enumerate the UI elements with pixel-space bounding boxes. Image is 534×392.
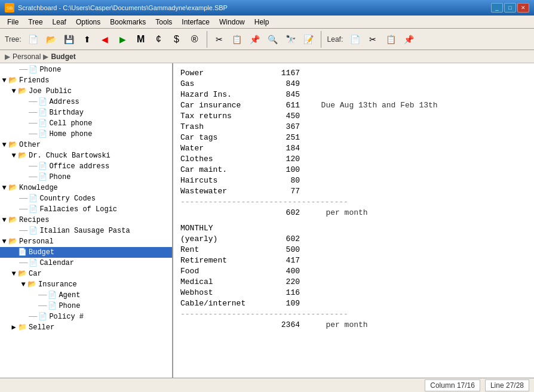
menu-item-window[interactable]: Window xyxy=(214,17,250,27)
content-value: 184 xyxy=(264,143,300,154)
tree-node-label: Agent xyxy=(59,291,80,300)
toolbar-leaf-cut-btn[interactable]: ✂ xyxy=(364,31,381,48)
tree-node-icon: 📂 xyxy=(18,151,27,160)
toolbar-new-btn[interactable]: 📄 xyxy=(25,31,42,48)
content-label: Power xyxy=(180,68,264,79)
menu-item-options[interactable]: Options xyxy=(71,17,105,27)
toolbar-m3-btn[interactable]: $ xyxy=(168,31,185,48)
tree-node-label: Phone xyxy=(39,65,61,75)
toolbar-m2-btn[interactable]: ¢ xyxy=(151,31,167,48)
toolbar-leaf-new-btn[interactable]: 📄 xyxy=(346,31,363,48)
tree-node-label: Office address xyxy=(49,162,109,171)
tree-node-recipes[interactable]: ▼📂Recipes xyxy=(0,215,172,226)
tree-node-icon: 📂 xyxy=(18,87,27,96)
tree-expand-icon[interactable]: ▼ xyxy=(10,87,18,96)
tree-node-agent[interactable]: ——📄Agent xyxy=(0,290,172,301)
tree-node-fallacies[interactable]: ——📄Fallacies of Logic xyxy=(0,204,172,215)
content-panel[interactable]: Power1167Gas849Hazard Ins.845Car insuran… xyxy=(173,63,534,378)
tree-node-label: Car xyxy=(29,269,42,279)
tree-node-icon: 📄 xyxy=(48,291,57,300)
toolbar-leaf-paste-btn[interactable]: 📌 xyxy=(400,31,417,48)
tree-node-friends[interactable]: ▼📂Friends xyxy=(0,75,172,86)
toolbar-cut-btn[interactable]: ✂ xyxy=(211,31,228,48)
minimize-button[interactable]: _ xyxy=(491,3,503,13)
tree-node-joe-public[interactable]: ▼📂Joe Public xyxy=(0,86,172,97)
menu-item-file[interactable]: File xyxy=(2,17,23,27)
content-label: Water xyxy=(180,143,264,154)
tree-node-personal[interactable]: ▼📂Personal xyxy=(0,236,172,247)
tree-node-other[interactable]: ▼📂Other xyxy=(0,140,172,150)
tree-expand-icon[interactable]: ▼ xyxy=(0,215,8,225)
toolbar-back-btn[interactable]: ◀ xyxy=(97,31,113,48)
tree-node-icon: 📄 xyxy=(29,258,38,268)
maximize-button[interactable]: □ xyxy=(504,3,516,13)
content-divider: ------------------------------------ xyxy=(180,197,527,208)
menu-item-tools[interactable]: Tools xyxy=(151,17,177,27)
content-divider-2: ------------------------------------ xyxy=(180,309,527,320)
toolbar-notes-btn[interactable]: 📝 xyxy=(300,31,317,48)
tree-expand-icon[interactable]: ▼ xyxy=(10,151,18,160)
tree-node-italian[interactable]: ——📄Italian Sausage Pasta xyxy=(0,226,172,236)
toolbar-paste-btn[interactable]: 📌 xyxy=(247,31,263,48)
tree-node-phone-2[interactable]: ——📄Phone xyxy=(0,172,172,183)
tree-node-insurance[interactable]: ▼📂Insurance xyxy=(0,279,172,290)
tree-node-office-address[interactable]: ——📄Office address xyxy=(0,161,172,172)
tree-panel[interactable]: ——📄Phone▼📂Friends ▼📂Joe Public ——📄Addres… xyxy=(0,63,173,378)
content-value: 77 xyxy=(264,186,300,197)
toolbar-copy-btn[interactable]: 📋 xyxy=(229,31,245,48)
menu-item-leaf[interactable]: Leaf xyxy=(48,17,71,27)
breadcrumb-arrow-icon: ▶ xyxy=(5,53,10,61)
menu-item-tree[interactable]: Tree xyxy=(23,17,47,27)
content-row: Haircuts80 xyxy=(180,175,527,186)
tree-expand-icon[interactable]: ▼ xyxy=(19,280,27,289)
tree-expand-icon[interactable]: ▼ xyxy=(0,183,8,193)
tree-node-icon: 📄 xyxy=(38,108,47,118)
menu-item-help[interactable]: Help xyxy=(250,17,274,27)
tree-node-knowledge[interactable]: ▼📂Knowledge xyxy=(0,183,172,193)
tree-expand-icon[interactable]: ▼ xyxy=(0,237,8,246)
tree-node-label: Budget xyxy=(29,248,54,257)
toolbar-open-btn[interactable]: 📂 xyxy=(43,31,60,48)
tree-connector-icon: —— xyxy=(29,129,37,139)
breadcrumb-budget[interactable]: Budget xyxy=(51,53,75,61)
toolbar-save-btn[interactable]: 💾 xyxy=(61,31,78,48)
toolbar-forward-btn[interactable]: ▶ xyxy=(115,31,131,48)
toolbar-up-btn[interactable]: ⬆ xyxy=(79,31,96,48)
toolbar-find-btn[interactable]: 🔍 xyxy=(265,31,281,48)
menu-item-interface[interactable]: Interface xyxy=(177,17,214,27)
tree-node-cell-phone[interactable]: ——📄Cell phone xyxy=(0,118,172,129)
tree-node-home-phone[interactable]: ——📄Home phone xyxy=(0,129,172,140)
tree-node-icon: 📄 xyxy=(38,172,47,182)
tree-node-seller[interactable]: ▶📁Seller xyxy=(0,322,172,333)
tree-connector-icon: —— xyxy=(29,162,37,171)
toolbar-leaf-copy-btn[interactable]: 📋 xyxy=(382,31,399,48)
tree-node-label: Italian Sausage Pasta xyxy=(39,226,130,236)
content-monthly-row: Medical220 xyxy=(180,277,527,288)
tree-node-policy[interactable]: ——📄Policy # xyxy=(0,311,172,322)
tree-node-car[interactable]: ▼📂Car xyxy=(0,268,172,279)
tree-node-dr-chuck[interactable]: ▼📂Dr. Chuck Bartowski xyxy=(0,150,172,161)
total-per-month: per month xyxy=(312,320,368,331)
content-row: Clothes120 xyxy=(180,154,527,165)
content-value: 400 xyxy=(264,266,300,277)
menu-item-bookmarks[interactable]: Bookmarks xyxy=(105,17,151,27)
tree-node-birthday[interactable]: ——📄Birthday xyxy=(0,107,172,118)
tree-node-country-codes[interactable]: ——📄Country Codes xyxy=(0,193,172,204)
tree-expand-icon[interactable]: ▼ xyxy=(0,76,8,85)
tree-connector-icon: —— xyxy=(19,258,27,268)
tree-node-address[interactable]: ——📄Address xyxy=(0,97,172,107)
tree-expand-icon[interactable]: ▼ xyxy=(10,269,18,279)
tree-node-phone-1[interactable]: ——📄Phone xyxy=(0,64,172,75)
toolbar-m4-btn[interactable]: ® xyxy=(186,31,203,48)
toolbar-m1-btn[interactable]: M xyxy=(133,31,149,48)
content-value: 367 xyxy=(264,122,300,132)
tree-expand-icon[interactable]: ▼ xyxy=(0,140,8,150)
tree-expand-icon[interactable]: ▶ xyxy=(10,323,18,332)
content-label: Clothes xyxy=(180,154,264,165)
tree-node-calendar[interactable]: ——📄Calendar xyxy=(0,258,172,268)
tree-node-budget[interactable]: 📄Budget xyxy=(0,247,172,258)
breadcrumb-personal[interactable]: Personal xyxy=(13,53,41,61)
toolbar-binoculars-btn[interactable]: 🔭 xyxy=(283,31,299,48)
close-button[interactable]: ✕ xyxy=(517,3,529,13)
tree-node-phone-3[interactable]: ——📄Phone xyxy=(0,301,172,311)
